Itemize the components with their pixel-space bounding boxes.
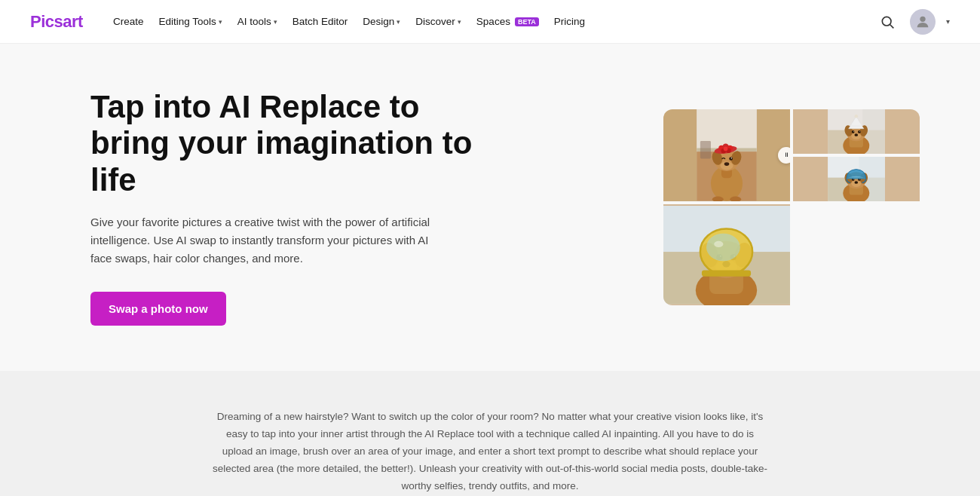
user-icon bbox=[914, 14, 931, 30]
chevron-down-icon: ▾ bbox=[397, 18, 400, 26]
nav-right: ▾ bbox=[875, 9, 950, 35]
chevron-down-icon: ▾ bbox=[219, 18, 222, 26]
avatar-dropdown-caret[interactable]: ▾ bbox=[946, 17, 950, 26]
dog-image-helmet bbox=[793, 157, 920, 201]
dog-image-main: ⏸ bbox=[663, 109, 790, 201]
svg-point-16 bbox=[731, 158, 732, 158]
dog-image-astronaut bbox=[663, 204, 790, 305]
svg-point-14 bbox=[724, 162, 730, 166]
hero-image-grid: ⏸ bbox=[663, 109, 920, 305]
svg-rect-77 bbox=[702, 270, 751, 276]
nav-item-editing-tools[interactable]: Editing Tools ▾ bbox=[152, 11, 228, 32]
svg-point-76 bbox=[714, 240, 723, 246]
svg-point-55 bbox=[854, 181, 858, 184]
svg-point-0 bbox=[882, 17, 891, 26]
nav-item-create[interactable]: Create bbox=[107, 11, 150, 32]
dog-main-illustration bbox=[663, 109, 790, 201]
logo[interactable]: Picsart bbox=[30, 12, 83, 32]
hero-title: Tap into AI Replace to bring your imagin… bbox=[90, 89, 482, 198]
nav-item-spaces[interactable]: Spaces BETA bbox=[470, 11, 545, 32]
hero-description: Give your favorite pictures a creative t… bbox=[90, 213, 437, 268]
navbar: Picsart Create Editing Tools ▾ AI tools … bbox=[0, 0, 980, 44]
svg-rect-7 bbox=[700, 141, 711, 158]
swap-photo-button[interactable]: Swap a photo now bbox=[90, 292, 226, 326]
bottom-description: Dreaming of a new hairstyle? Want to swi… bbox=[211, 409, 769, 495]
svg-point-45 bbox=[854, 115, 858, 118]
dog-helmet-illustration bbox=[793, 157, 920, 201]
dog-image-party-hat bbox=[793, 109, 920, 154]
hero-content: Tap into AI Replace to bring your imagin… bbox=[90, 89, 482, 326]
chevron-down-icon: ▾ bbox=[458, 18, 461, 26]
svg-point-35 bbox=[854, 133, 858, 136]
bottom-section: Dreaming of a new hairstyle? Want to swi… bbox=[0, 371, 980, 496]
nav-item-batch-editor[interactable]: Batch Editor bbox=[286, 11, 354, 32]
svg-point-15 bbox=[729, 157, 733, 161]
svg-line-1 bbox=[890, 24, 894, 28]
nav-links: Create Editing Tools ▾ AI tools ▾ Batch … bbox=[107, 11, 875, 32]
hero-section: Tap into AI Replace to bring your imagin… bbox=[0, 44, 980, 371]
nav-item-ai-tools[interactable]: AI tools ▾ bbox=[231, 11, 283, 32]
nav-item-design[interactable]: Design ▾ bbox=[357, 11, 406, 32]
dog-party-hat-illustration bbox=[793, 109, 920, 154]
svg-point-39 bbox=[859, 131, 860, 132]
nav-item-pricing[interactable]: Pricing bbox=[548, 11, 591, 32]
nav-item-discover[interactable]: Discover ▾ bbox=[409, 11, 467, 32]
search-button[interactable] bbox=[875, 10, 899, 34]
dog-astronaut-illustration bbox=[663, 204, 790, 305]
svg-point-2 bbox=[920, 16, 925, 21]
svg-point-37 bbox=[853, 131, 854, 132]
search-icon bbox=[880, 14, 895, 29]
svg-point-36 bbox=[852, 130, 855, 133]
pause-button[interactable]: ⏸ bbox=[778, 147, 790, 164]
svg-point-75 bbox=[706, 233, 740, 261]
chevron-down-icon: ▾ bbox=[274, 18, 277, 26]
user-avatar[interactable] bbox=[910, 9, 936, 35]
beta-badge: BETA bbox=[515, 17, 539, 26]
svg-point-23 bbox=[724, 147, 728, 152]
svg-point-38 bbox=[858, 130, 861, 133]
